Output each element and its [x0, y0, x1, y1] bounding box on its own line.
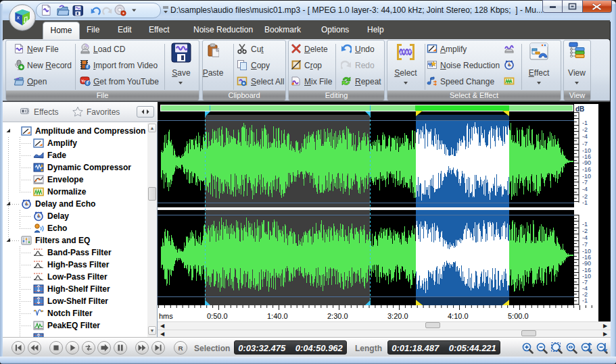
svg-text:R: R: [178, 344, 183, 352]
